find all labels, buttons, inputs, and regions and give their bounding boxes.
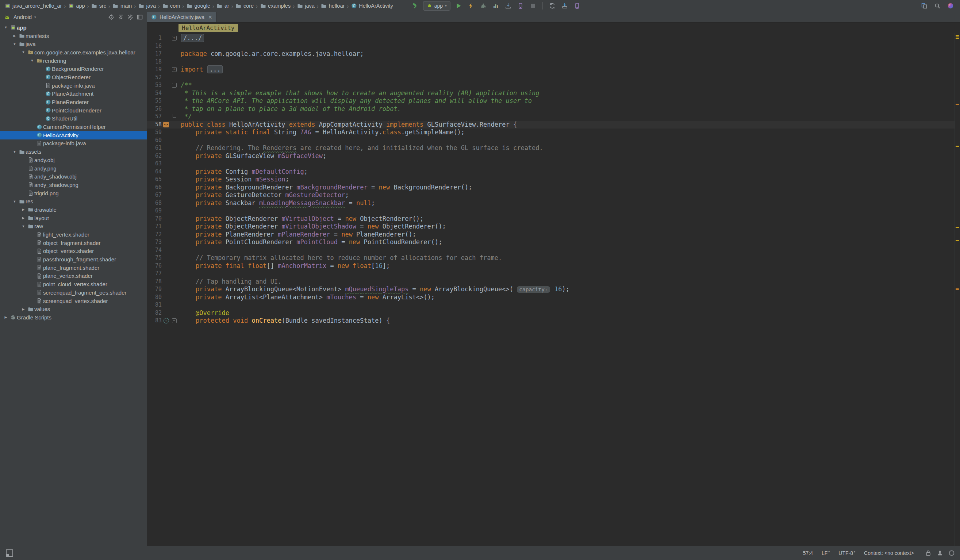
code-line-72[interactable]: 72 private PlaneRenderer mPlaneRenderer … <box>147 231 960 239</box>
editor-gutter[interactable]: 58<> <box>147 121 179 129</box>
code-line-70[interactable]: 70 private ObjectRenderer mVirtualObject… <box>147 215 960 223</box>
code-line-59[interactable]: 59 private static final String TAG = Hel… <box>147 128 960 136</box>
code-line-60[interactable]: 60 <box>147 136 960 144</box>
code-line-75[interactable]: 75 // Temporary matrix allocated here to… <box>147 254 960 262</box>
code-text[interactable]: private ArrayBlockingQueue<MotionEvent> … <box>179 285 570 294</box>
inspections-profile-icon[interactable] <box>937 550 943 556</box>
line-number[interactable]: 16 <box>147 42 162 50</box>
editor-gutter[interactable]: 76 <box>147 262 179 270</box>
breadcrumb-item-helloaractivity[interactable]: CHelloArActivity <box>350 3 394 9</box>
tree-item-camerapermissionhelper[interactable]: CCameraPermissionHelper <box>0 123 147 131</box>
code-line-71[interactable]: 71 private ObjectRenderer mVirtualObject… <box>147 223 960 231</box>
line-number[interactable]: 55 <box>147 97 162 105</box>
code-line-63[interactable]: 63 <box>147 160 960 168</box>
code-line-82[interactable]: 82 @Override <box>147 309 960 317</box>
related-layout-icon[interactable]: <> <box>163 122 169 127</box>
line-number[interactable]: 77 <box>147 270 162 278</box>
editor-gutter[interactable]: 56 <box>147 105 179 113</box>
breadcrumb-item-java[interactable]: java <box>296 3 315 9</box>
code-text[interactable]: private Config mDefaultConfig; <box>179 168 308 176</box>
tree-item-assets[interactable]: ▼assets <box>0 147 147 156</box>
code-line-78[interactable]: 78 // Tap handling and UI. <box>147 278 960 286</box>
editor-gutter[interactable]: 66 <box>147 184 179 192</box>
assistant-icon[interactable] <box>946 2 955 10</box>
code-text[interactable]: private Snackbar mLoadingMessageSnackbar… <box>179 199 375 207</box>
locate-target-icon[interactable] <box>107 13 115 21</box>
notifications-icon[interactable] <box>948 550 955 556</box>
overriding-method-icon[interactable]: ↑ <box>162 318 170 323</box>
caret-position-widget[interactable]: 57:4 <box>803 550 813 556</box>
attach-debugger-icon[interactable] <box>504 2 512 10</box>
code-text[interactable]: import ... <box>179 66 223 74</box>
line-number[interactable]: 72 <box>147 231 162 239</box>
code-text[interactable]: private ObjectRenderer mVirtualObjectSha… <box>179 223 446 231</box>
code-line-80[interactable]: 80 private ArrayList<PlaneAttachment> mT… <box>147 293 960 302</box>
line-number[interactable]: 56 <box>147 105 162 113</box>
search-everywhere-icon[interactable] <box>933 2 942 10</box>
breadcrumb-item-core[interactable]: core <box>235 3 254 9</box>
line-number[interactable]: 65 <box>147 176 162 184</box>
stripe-mark[interactable] <box>956 35 959 37</box>
editor-gutter[interactable]: 57 <box>147 113 179 121</box>
code-line-64[interactable]: 64 private Config mDefaultConfig; <box>147 168 960 176</box>
tree-item-trigrid-png[interactable]: trigrid.png <box>0 189 147 197</box>
editor-gutter[interactable]: 72 <box>147 231 179 239</box>
tree-item-object-fragment-shader[interactable]: object_fragment.shader <box>0 239 147 247</box>
line-number[interactable]: 76 <box>147 262 162 270</box>
tree-item-point-cloud-vertex-shader[interactable]: point_cloud_vertex.shader <box>0 280 147 288</box>
breadcrumb-class-chip[interactable]: HelloArActivity <box>179 24 238 32</box>
tree-item-planerenderer[interactable]: CPlaneRenderer <box>0 98 147 106</box>
line-number[interactable]: 64 <box>147 168 162 176</box>
tree-item-plane-vertex-shader[interactable]: plane_vertex.shader <box>0 272 147 280</box>
line-number[interactable]: 52 <box>147 74 162 82</box>
tree-item-drawable[interactable]: ▶drawable <box>0 206 147 214</box>
code-line-52[interactable]: 52 <box>147 74 960 82</box>
code-line-73[interactable]: 73 private PointCloudRenderer mPointClou… <box>147 238 960 246</box>
code-line-62[interactable]: 62 private GLSurfaceView mSurfaceView; <box>147 152 960 160</box>
code-line-66[interactable]: 66 private BackgroundRenderer mBackgroun… <box>147 184 960 192</box>
code-text[interactable]: private final float[] mAnchorMatrix = ne… <box>179 262 390 270</box>
expanded-arrow-icon[interactable]: ▼ <box>2 26 10 29</box>
editor-scrollbar-stripe[interactable] <box>955 33 960 546</box>
code-text[interactable]: private PlaneRenderer mPlaneRenderer = n… <box>179 231 416 239</box>
tree-item-backgroundrenderer[interactable]: CBackgroundRenderer <box>0 65 147 73</box>
code-text[interactable]: protected void onCreate(Bundle savedInst… <box>179 317 390 325</box>
stripe-mark[interactable] <box>956 240 959 241</box>
expanded-arrow-icon[interactable]: ▼ <box>11 200 18 203</box>
collapsed-arrow-icon[interactable]: ▶ <box>20 307 27 311</box>
code-text[interactable]: private static final String TAG = HelloA… <box>179 128 465 136</box>
editor-gutter[interactable]: 52 <box>147 74 179 82</box>
code-line-79[interactable]: 79 private ArrayBlockingQueue<MotionEven… <box>147 285 960 293</box>
line-number[interactable]: 54 <box>147 90 162 98</box>
tree-item-app[interactable]: ▼app <box>0 23 147 32</box>
editor-gutter[interactable]: 78 <box>147 278 179 286</box>
editor-gutter[interactable]: 55 <box>147 97 179 105</box>
tree-item-andy-shadow-png[interactable]: andy_shadow.png <box>0 181 147 189</box>
editor-gutter[interactable]: 70 <box>147 215 179 223</box>
line-number[interactable]: 82 <box>147 309 162 317</box>
code-line-74[interactable]: 74 <box>147 246 960 254</box>
editor-gutter[interactable]: 61 <box>147 144 179 152</box>
editor-gutter[interactable]: 71 <box>147 223 179 231</box>
code-line-68[interactable]: 68 private Snackbar mLoadingMessageSnack… <box>147 199 960 207</box>
line-ending-widget[interactable]: LF ▾ <box>822 550 830 556</box>
code-text[interactable]: private GLSurfaceView mSurfaceView; <box>179 152 326 160</box>
breadcrumb-item-main[interactable]: main <box>112 3 133 9</box>
line-number[interactable]: 19 <box>147 66 162 74</box>
related-layout-icon[interactable]: <> <box>162 122 170 127</box>
line-number[interactable]: 71 <box>147 223 162 231</box>
line-number[interactable]: 58 <box>147 121 162 129</box>
code-text[interactable]: private ArrayList<PlaneAttachment> mTouc… <box>179 293 435 302</box>
code-line-67[interactable]: 67 private GestureDetector mGestureDetec… <box>147 191 960 199</box>
tree-item-planeattachment[interactable]: CPlaneAttachment <box>0 90 147 98</box>
stripe-mark[interactable] <box>956 288 959 290</box>
code-text[interactable]: private Session mSession; <box>179 176 289 184</box>
expanded-arrow-icon[interactable]: ▼ <box>11 42 18 46</box>
fold-collapse-icon[interactable]: − <box>172 83 177 88</box>
line-number[interactable]: 62 <box>147 152 162 160</box>
breadcrumb-item-helloar[interactable]: helloar <box>320 3 346 9</box>
tree-item-shaderutil[interactable]: CShaderUtil <box>0 115 147 123</box>
breadcrumb-item-src[interactable]: src <box>91 3 107 9</box>
stripe-mark[interactable] <box>956 146 959 147</box>
code-line-17[interactable]: 17package com.google.ar.core.examples.ja… <box>147 50 960 58</box>
